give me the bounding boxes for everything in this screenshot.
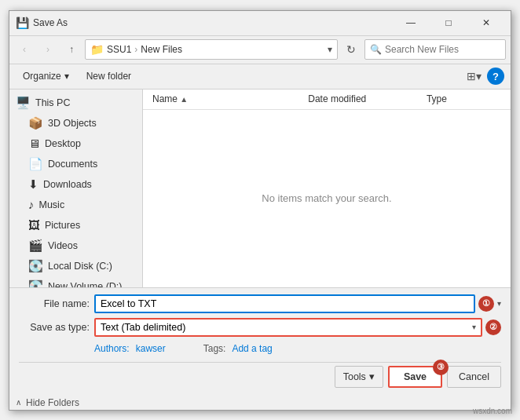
save-type-row: Save as type: Text (Tab delimited) ▾ ② (19, 318, 501, 337)
maximize-button[interactable]: □ (430, 12, 467, 34)
sidebar-item-desktop[interactable]: 🖥 Desktop (9, 133, 142, 154)
breadcrumb-part2: New Files (141, 44, 182, 55)
sidebar-item-label: Music (39, 199, 137, 210)
tags-value[interactable]: Add a tag (232, 343, 272, 354)
bottom-form: File name: ① ▾ Save as type: Text (Tab d… (9, 287, 511, 394)
sidebar-item-downloads[interactable]: ⬇ Downloads (9, 174, 142, 195)
breadcrumb-part1: SSU1 (107, 44, 131, 55)
save-button[interactable]: Save ③ (388, 366, 442, 388)
col-name-label: Name (152, 93, 178, 104)
save-label: Save (404, 371, 427, 382)
file-name-input-container: ① ▾ (94, 294, 501, 313)
sidebar-item-label: This PC (35, 97, 136, 108)
file-list-header: Name ▲ Date modified Type (143, 89, 511, 110)
breadcrumb-dropdown-icon[interactable]: ▾ (328, 44, 332, 55)
bottom-buttons: Tools ▾ Save ③ Cancel (19, 362, 501, 391)
hide-folders-bar[interactable]: ∧ Hide Folders (9, 394, 511, 410)
organize-label: Organize (23, 71, 61, 82)
tools-button[interactable]: Tools ▾ (335, 366, 383, 388)
up-button[interactable]: ↑ (61, 39, 82, 60)
sidebar-item-new-volume-d[interactable]: 💽 New Volume (D:) (9, 276, 142, 287)
authors-value[interactable]: kawser (136, 343, 166, 354)
sidebar-item-label: Pictures (45, 220, 136, 231)
col-date-label: Date modified (308, 93, 366, 104)
save-badge: ③ (433, 360, 449, 375)
new-volume-d-icon: 💽 (28, 279, 43, 287)
close-button[interactable]: ✕ (468, 12, 504, 34)
refresh-button[interactable]: ↻ (341, 39, 361, 60)
forward-button[interactable]: › (38, 39, 58, 60)
meta-row: Authors: kawser Tags: Add a tag (19, 341, 501, 359)
file-name-label: File name: (19, 298, 90, 309)
breadcrumb-sep1: › (134, 44, 137, 55)
chevron-up-icon: ∧ (16, 398, 21, 407)
save-type-badge: ② (485, 320, 501, 335)
dialog-icon: 💾 (16, 16, 28, 29)
toolbar: Organize ▾ New folder ⊞ ▾ ? (9, 64, 511, 89)
no-items-message: No items match your search. (262, 192, 391, 204)
help-button[interactable]: ? (487, 68, 504, 85)
file-list: Name ▲ Date modified Type No items match… (143, 89, 511, 287)
organize-button[interactable]: Organize ▾ (16, 67, 76, 86)
folder-icon: 📁 (90, 43, 104, 56)
sidebar-item-pictures[interactable]: 🖼 Pictures (9, 215, 142, 236)
tools-label: Tools (343, 371, 366, 382)
sidebar-item-music[interactable]: ♪ Music (9, 195, 142, 215)
sidebar-item-3d-objects[interactable]: 📦 3D Objects (9, 113, 142, 133)
sidebar-item-label: 3D Objects (48, 118, 136, 129)
save-type-dropdown-arrow: ▾ (472, 323, 476, 331)
main-area: 🖥️ This PC 📦 3D Objects 🖥 Desktop 📄 Docu… (9, 89, 511, 287)
search-input[interactable] (385, 44, 500, 55)
file-name-dropdown-icon[interactable]: ▾ (497, 299, 501, 308)
search-box[interactable]: 🔍 (364, 39, 506, 60)
3d-objects-icon: 📦 (28, 116, 43, 130)
pictures-icon: 🖼 (28, 218, 40, 232)
hide-folders-label: Hide Folders (26, 397, 79, 408)
column-date-modified[interactable]: Date modified (305, 93, 423, 104)
column-name[interactable]: Name ▲ (149, 93, 305, 104)
sidebar-item-local-disk-c[interactable]: 💽 Local Disk (C:) (9, 256, 142, 276)
search-icon: 🔍 (370, 44, 382, 55)
new-folder-label: New folder (86, 71, 131, 82)
new-folder-button[interactable]: New folder (79, 67, 138, 86)
sidebar-item-label: New Volume (D:) (48, 281, 136, 287)
view-button[interactable]: ⊞ ▾ (463, 67, 484, 86)
save-type-value: Text (Tab delimited) (101, 322, 185, 333)
sidebar-item-label: Desktop (45, 138, 136, 149)
minimize-button[interactable]: — (393, 12, 429, 34)
organize-arrow: ▾ (64, 71, 69, 82)
videos-icon: 🎬 (28, 239, 43, 253)
tags-label: Tags: (203, 343, 226, 354)
authors-label: Authors: (94, 343, 130, 354)
sidebar-item-label: Documents (48, 159, 136, 170)
sidebar-item-this-pc[interactable]: 🖥️ This PC (9, 93, 142, 113)
desktop-icon: 🖥 (28, 137, 40, 150)
tools-arrow: ▾ (369, 371, 375, 382)
sort-arrow-name: ▲ (180, 95, 188, 104)
save-type-dropdown[interactable]: Text (Tab delimited) ▾ (94, 318, 482, 337)
sidebar-item-label: Local Disk (C:) (48, 261, 136, 272)
title-bar: 💾 Save As — □ ✕ (9, 11, 511, 36)
back-button[interactable]: ‹ (14, 39, 35, 60)
file-name-input[interactable] (94, 294, 475, 313)
file-name-badge: ① (478, 296, 494, 312)
column-type[interactable]: Type (423, 93, 504, 104)
window-controls: — □ ✕ (393, 12, 504, 34)
music-icon: ♪ (28, 198, 35, 211)
this-pc-icon: 🖥️ (16, 96, 31, 110)
view-icon: ⊞ (467, 70, 476, 82)
dialog-title: Save As (33, 17, 393, 28)
downloads-icon: ⬇ (28, 177, 38, 192)
cancel-button[interactable]: Cancel (447, 366, 501, 388)
save-type-label: Save as type: (19, 322, 90, 333)
breadcrumb[interactable]: 📁 SSU1 › New Files ▾ (85, 39, 338, 60)
address-bar: ‹ › ↑ 📁 SSU1 › New Files ▾ ↻ 🔍 (9, 36, 511, 64)
sidebar-item-videos[interactable]: 🎬 Videos (9, 236, 142, 256)
local-disk-c-icon: 💽 (28, 259, 43, 273)
sidebar-item-label: Downloads (43, 179, 136, 190)
view-arrow: ▾ (476, 70, 482, 82)
sidebar: 🖥️ This PC 📦 3D Objects 🖥 Desktop 📄 Docu… (9, 89, 143, 287)
file-name-row: File name: ① ▾ (19, 294, 501, 313)
sidebar-item-label: Videos (48, 240, 136, 251)
sidebar-item-documents[interactable]: 📄 Documents (9, 154, 142, 174)
